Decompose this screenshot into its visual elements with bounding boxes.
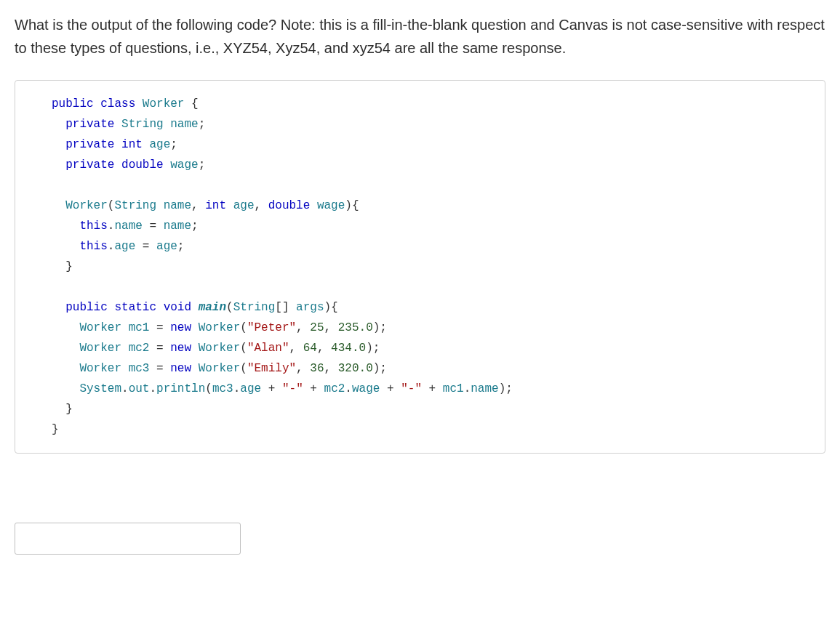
keyword-new: new — [170, 342, 191, 355]
keyword-class: class — [100, 97, 135, 110]
out-field: out — [129, 382, 150, 395]
field-wage: wage — [170, 158, 198, 172]
param-args: args — [296, 301, 324, 314]
ctor-call: Worker — [199, 362, 241, 375]
number-literal: 64 — [303, 342, 317, 355]
obj-ref: mc1 — [443, 382, 464, 395]
field-ref: name — [471, 382, 498, 395]
keyword-this: this — [79, 240, 107, 253]
number-literal: 235.0 — [338, 321, 373, 334]
string-literal: "Alan" — [247, 342, 289, 355]
param-name: wage — [317, 199, 345, 212]
question-prompt: What is the output of the following code… — [15, 13, 825, 60]
code-block: public class Worker { private String nam… — [15, 80, 825, 454]
ctor-call: Worker — [199, 321, 241, 334]
keyword-public: public — [65, 301, 108, 314]
obj-ref: mc3 — [212, 382, 233, 395]
type-string: String — [233, 301, 276, 314]
type-worker: Worker — [79, 342, 121, 355]
keyword-private: private — [65, 138, 114, 151]
param-type: double — [268, 199, 311, 212]
string-literal: "-" — [401, 382, 422, 395]
println-method: println — [156, 382, 205, 395]
brace-close: } — [52, 423, 59, 436]
type-string: String — [121, 118, 164, 131]
number-literal: 434.0 — [331, 342, 366, 355]
field-age: age — [149, 138, 170, 151]
keyword-static: static — [114, 301, 156, 314]
brace-close: } — [65, 260, 73, 273]
keyword-this: this — [79, 220, 107, 233]
string-literal: "Peter" — [247, 321, 296, 334]
var-mc3: mc3 — [129, 362, 150, 375]
field-name: name — [170, 118, 198, 131]
type-double: double — [121, 158, 164, 172]
answer-input[interactable] — [15, 523, 241, 555]
obj-ref: mc2 — [324, 382, 345, 395]
string-literal: "Emily" — [247, 362, 296, 375]
brace-close: } — [65, 403, 73, 416]
constructor-name: Worker — [65, 199, 108, 212]
string-literal: "-" — [282, 382, 303, 395]
keyword-public: public — [52, 97, 94, 110]
param-name: name — [164, 199, 191, 212]
system-class: System — [79, 382, 121, 395]
var-mc2: mc2 — [129, 342, 150, 355]
var-ref: name — [164, 220, 191, 233]
number-literal: 320.0 — [338, 362, 373, 375]
class-name: Worker — [143, 97, 185, 110]
var-ref: age — [156, 240, 177, 253]
number-literal: 25 — [310, 321, 324, 334]
field-ref: age — [114, 240, 135, 253]
ctor-call: Worker — [199, 342, 241, 355]
type-worker: Worker — [79, 362, 121, 375]
keyword-private: private — [65, 118, 114, 131]
var-mc1: mc1 — [129, 321, 150, 334]
number-literal: 36 — [310, 362, 324, 375]
field-ref: name — [114, 220, 142, 233]
code-text: { — [184, 97, 198, 110]
field-ref: wage — [352, 382, 380, 395]
type-int: int — [121, 138, 143, 151]
keyword-private: private — [65, 158, 114, 172]
type-worker: Worker — [79, 321, 121, 334]
param-name: age — [233, 199, 255, 212]
keyword-void: void — [164, 301, 191, 314]
field-ref: age — [240, 382, 261, 395]
param-type: int — [205, 199, 226, 212]
method-main: main — [199, 301, 226, 314]
keyword-new: new — [170, 321, 191, 334]
param-type: String — [114, 199, 156, 212]
keyword-new: new — [170, 362, 191, 375]
